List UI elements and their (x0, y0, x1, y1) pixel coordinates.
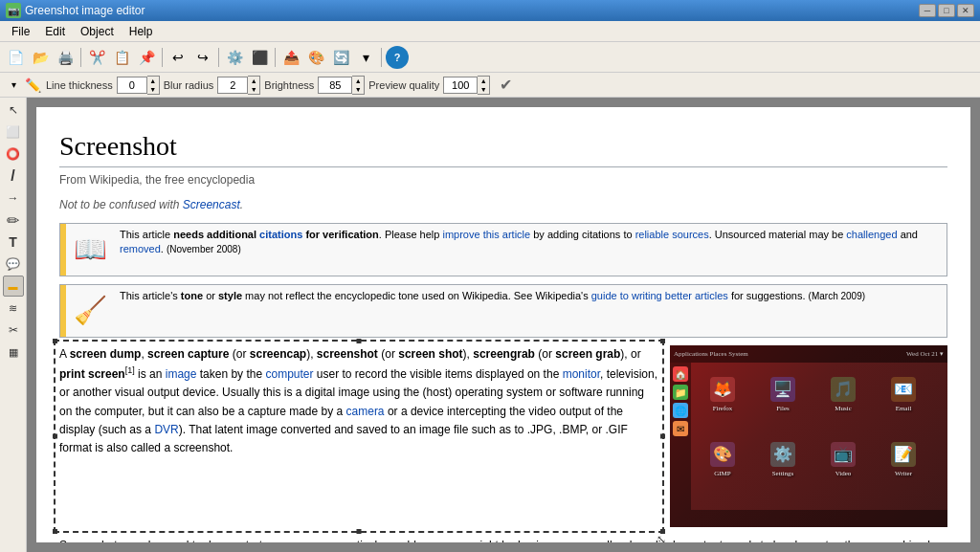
tool-highlight[interactable]: ▬ (3, 276, 24, 297)
ubuntu-desktop: Applications Places System Wed Oct 21 ▾ … (670, 345, 947, 527)
lower-paragraph: Screenshots can be used to demonstrate a… (59, 537, 947, 542)
brightness-label: Brightness (264, 79, 314, 91)
help-button[interactable]: ? (386, 46, 409, 69)
tool-cursor[interactable]: ↖ (3, 99, 24, 121)
maximize-button[interactable]: □ (938, 4, 955, 17)
pen-icon: ✏️ (23, 76, 42, 95)
print-button[interactable]: 🖨️ (54, 46, 77, 69)
ubuntu-icon-1: 🦊 Firefox (704, 375, 741, 415)
close-button[interactable]: ✕ (957, 4, 974, 17)
page-title: Screenshot (59, 126, 947, 167)
rotate-button[interactable]: 🔄 (329, 46, 352, 69)
ubuntu-icon-3: 🎵 Music (825, 375, 861, 415)
ubuntu-screenshot: Applications Places System Wed Oct 21 ▾ … (670, 345, 947, 527)
tool-blur[interactable]: ≋ (3, 298, 24, 319)
info-text-citations: This article needs additional citations … (114, 224, 947, 276)
ubuntu-icon-7: 📺 Video (825, 441, 861, 481)
ubuntu-sidebar: 🏠 📁 🌐 ✉ (670, 363, 691, 527)
redo-button[interactable]: ↪ (191, 46, 214, 69)
ubuntu-files-icon: 📁 (673, 385, 688, 400)
app-icon: 📷 (6, 3, 21, 18)
handle-br (660, 529, 665, 534)
open-button[interactable]: 📂 (29, 46, 52, 69)
lower-text-content: Screenshots can be used to demonstrate a… (59, 537, 947, 542)
canvas-area: Screenshot From Wikipedia, the free ency… (27, 98, 980, 552)
tool-pixelate[interactable]: ▦ (3, 342, 24, 363)
screenshot-image-column: Applications Places System Wed Oct 21 ▾ … (670, 345, 947, 527)
tool-ellipse[interactable]: ⭕ (3, 144, 24, 165)
tool-rectangle[interactable]: ⬜ (3, 121, 24, 143)
tool-freehand[interactable]: ✏ (3, 210, 24, 231)
preview-quality-down[interactable]: ▼ (478, 85, 489, 94)
blur-radius-label: Blur radius (164, 79, 214, 91)
effects-button[interactable]: 🎨 (304, 46, 327, 69)
crop-button[interactable]: ⬛ (248, 46, 271, 69)
handle-tl (53, 339, 57, 343)
main-paragraph: A screen dump, screen capture (or screen… (59, 345, 658, 457)
info-box-tone: 🧹 This article's tone or style may not r… (59, 284, 947, 338)
ubuntu-icon-5: 🎨 GIMP (704, 441, 741, 481)
tool-crop[interactable]: ✂ (3, 320, 24, 341)
copy-button[interactable]: 📋 (110, 46, 133, 69)
dropdown-button[interactable]: ▾ (354, 46, 377, 69)
handle-left (53, 434, 57, 439)
menu-file[interactable]: File (4, 23, 37, 40)
ubuntu-clock: Wed Oct 21 ▾ (906, 349, 944, 360)
brightness-up[interactable]: ▲ (352, 77, 364, 85)
line-thickness-down[interactable]: ▼ (147, 85, 159, 94)
undo-button[interactable]: ↩ (167, 46, 189, 69)
blur-radius-down[interactable]: ▼ (248, 85, 259, 94)
options-bar: ▾ ✏️ Line thickness ▲ ▼ Blur radius ▲ ▼ … (0, 73, 980, 98)
line-thickness-label: Line thickness (46, 79, 113, 91)
title-bar: 📷 Greenshot image editor ─ □ ✕ (0, 0, 980, 21)
preview-quality-input[interactable] (443, 77, 478, 94)
separator-4 (275, 48, 276, 67)
menu-object[interactable]: Object (73, 23, 122, 40)
ubuntu-menu-bar: Applications Places System (674, 349, 902, 360)
screencast-link[interactable]: Screencast (183, 198, 240, 211)
ubuntu-icon-8: 📝 Writer (885, 441, 922, 481)
info-box-citations: 📖 This article needs additional citation… (59, 223, 947, 276)
tool-speech-bubble[interactable]: 💬 (3, 254, 24, 275)
blur-radius-input[interactable] (217, 77, 248, 94)
handle-top (357, 339, 362, 343)
brightness-down[interactable]: ▼ (352, 85, 364, 94)
tool-dropdown[interactable]: ▾ (6, 74, 21, 97)
ubuntu-browser-icon: 🌐 (673, 403, 688, 418)
tool-arrow[interactable]: → (3, 188, 24, 209)
line-thickness-input[interactable] (117, 77, 147, 94)
confirm-button[interactable]: ✔ (494, 74, 517, 97)
blur-radius-up[interactable]: ▲ (248, 77, 259, 85)
brightness-spinner[interactable]: ▲ ▼ (318, 76, 365, 95)
export-button[interactable]: 📤 (279, 46, 302, 69)
ubuntu-taskbar: Applications Places System Wed Oct 21 ▾ (670, 345, 947, 363)
tool-text[interactable]: T (3, 232, 24, 253)
preview-quality-spinner[interactable]: ▲ ▼ (443, 76, 490, 95)
minimize-button[interactable]: ─ (919, 4, 936, 17)
menu-help[interactable]: Help (122, 23, 161, 40)
separator-1 (80, 48, 81, 67)
wiki-confused: Not to be confused with Screencast. (59, 196, 947, 213)
cut-button[interactable]: ✂️ (85, 46, 108, 69)
preview-quality-up[interactable]: ▲ (478, 77, 489, 85)
wiki-subtitle: From Wikipedia, the free encyclopedia (59, 171, 947, 188)
window-controls: ─ □ ✕ (919, 4, 974, 17)
handle-bl (53, 529, 57, 534)
ubuntu-icon-4: 📧 Email (885, 375, 922, 415)
ubuntu-icon-2: 🖥️ Files (765, 375, 801, 415)
menu-edit[interactable]: Edit (37, 23, 73, 40)
separator-3 (218, 48, 219, 67)
new-button[interactable]: 📄 (4, 46, 27, 69)
ubuntu-icons-grid: 🦊 Firefox 🖥️ Files 🎵 (699, 369, 947, 508)
line-thickness-spinner[interactable]: ▲ ▼ (117, 76, 160, 95)
brightness-input[interactable] (318, 77, 352, 94)
paste-button[interactable]: 📌 (135, 46, 158, 69)
info-icon-broom: 🧹 (66, 285, 114, 337)
settings-button[interactable]: ⚙️ (223, 46, 246, 69)
main-toolbar: 📄 📂 🖨️ ✂️ 📋 📌 ↩ ↪ ⚙️ ⬛ 📤 🎨 🔄 ▾ ? (0, 42, 980, 73)
tool-line[interactable]: / (3, 166, 24, 187)
handle-bottom (357, 529, 362, 534)
text-section: ⤡ A screen dump, screen capture (or scre… (59, 345, 658, 527)
blur-radius-spinner[interactable]: ▲ ▼ (217, 76, 260, 95)
line-thickness-up[interactable]: ▲ (147, 77, 159, 85)
